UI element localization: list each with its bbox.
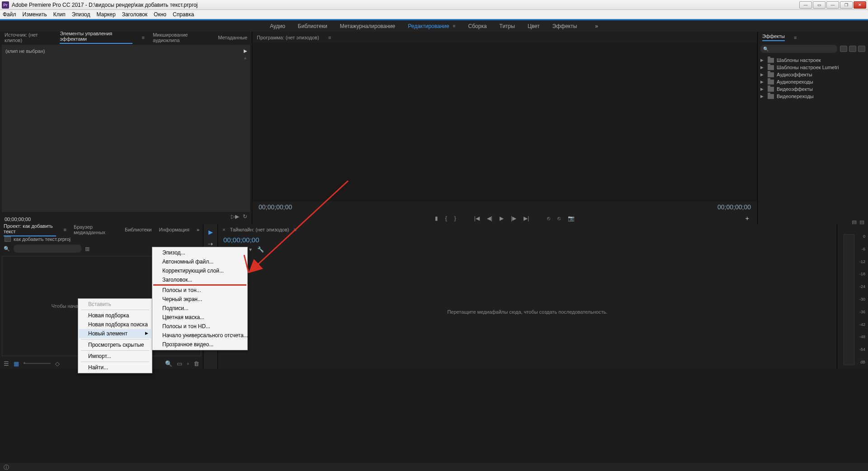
in-point-icon[interactable]: { bbox=[445, 215, 447, 221]
timeline-settings-icon[interactable]: ▾ bbox=[249, 246, 252, 253]
extract-icon[interactable]: ⎋ bbox=[557, 215, 561, 221]
lift-icon[interactable]: ⎋ bbox=[547, 215, 550, 221]
go-to-in-icon[interactable]: |◀ bbox=[474, 215, 480, 221]
sub-black-video[interactable]: Черный экран... bbox=[153, 295, 246, 304]
menu-title[interactable]: Заголовок bbox=[122, 11, 147, 18]
close-button[interactable]: ✕ bbox=[854, 1, 866, 9]
sub-hd-bars-tone[interactable]: Полосы и тон HD... bbox=[153, 322, 246, 331]
effects-folder[interactable]: ▶Видеопереходы bbox=[760, 93, 866, 100]
minimize-button[interactable]: — bbox=[826, 1, 839, 9]
tab-effects[interactable]: Эффекты bbox=[762, 33, 785, 41]
menu-help[interactable]: Справка bbox=[173, 11, 194, 18]
workspace-effects[interactable]: Эффекты bbox=[552, 23, 577, 29]
menu-marker[interactable]: Маркер bbox=[96, 11, 115, 18]
collapse-icon[interactable]: ▲ bbox=[243, 56, 247, 60]
effects-folder[interactable]: ▶Шаблоны настроек Lumetri bbox=[760, 64, 866, 71]
marker-icon[interactable]: ▮ bbox=[435, 215, 438, 221]
workspace-libraries[interactable]: Библиотеки bbox=[298, 23, 327, 29]
menu-edit[interactable]: Изменить bbox=[23, 11, 47, 18]
thumb-size-slider[interactable] bbox=[24, 363, 51, 364]
workspace-assembly[interactable]: Сборка bbox=[468, 23, 487, 29]
tab-menu-icon[interactable]: ≡ bbox=[142, 35, 144, 40]
tab-effect-controls[interactable]: Элементы управления эффектами bbox=[60, 31, 132, 44]
effects-folder[interactable]: ▶Аудиопереходы bbox=[760, 78, 866, 85]
timeline-wrench-icon[interactable]: 🔧 bbox=[257, 246, 264, 253]
menu-clip[interactable]: Клип bbox=[53, 11, 66, 18]
project-tabs-overflow-icon[interactable]: » bbox=[197, 227, 199, 232]
tab-metadata[interactable]: Метаданные bbox=[218, 35, 247, 40]
sub-transparent-video[interactable]: Прозрачное видео... bbox=[153, 340, 246, 349]
sub-offline-file[interactable]: Автономный файл... bbox=[153, 257, 246, 266]
sub-universal-leader[interactable]: Начало универсального отсчета... bbox=[153, 331, 246, 340]
effects-folder[interactable]: ▶Видеоэффекты bbox=[760, 85, 866, 93]
project-tab-menu-icon[interactable]: ≡ bbox=[63, 227, 66, 232]
find-icon[interactable]: 🔍 bbox=[165, 360, 172, 367]
workspace-options-icon[interactable]: ≡ bbox=[453, 24, 456, 28]
export-frame-icon[interactable]: 📷 bbox=[568, 215, 575, 221]
source-btn-2-icon[interactable]: ↻ bbox=[243, 213, 247, 220]
effects-search-input[interactable] bbox=[760, 45, 837, 53]
workspace-metalogging[interactable]: Метажурналирование bbox=[340, 23, 395, 29]
list-view-icon[interactable]: ☰ bbox=[4, 360, 9, 367]
tab-libraries[interactable]: Библиотеки bbox=[125, 227, 152, 232]
timeline-drop-area[interactable]: Перетащите медиафайлы сюда, чтобы создат… bbox=[218, 254, 837, 369]
workspace-titles[interactable]: Титры bbox=[500, 23, 515, 29]
effects-filter-1-icon[interactable] bbox=[840, 46, 847, 52]
ctx-import[interactable]: Импорт... bbox=[79, 352, 151, 361]
tab-media-browser[interactable]: Браузер медиаданных bbox=[74, 224, 118, 235]
effects-folder[interactable]: ▶Шаблоны настроек bbox=[760, 57, 866, 64]
effects-filter-3-icon[interactable] bbox=[858, 46, 865, 52]
tab-audio-mixer[interactable]: Микширование аудиоклипа bbox=[153, 32, 210, 43]
ctx-new-search-bin[interactable]: Новая подборка поиска bbox=[79, 320, 151, 329]
workspace-editing[interactable]: Редактирование bbox=[408, 23, 449, 29]
source-btn-1-icon[interactable]: ▷▶ bbox=[231, 213, 239, 220]
timeline-menu-icon[interactable]: ≡ bbox=[294, 227, 297, 232]
tab-info[interactable]: Информация bbox=[159, 227, 189, 232]
ctx-find[interactable]: Найти... bbox=[79, 363, 151, 372]
tab-source[interactable]: Источник: (нет клипов) bbox=[5, 32, 52, 43]
program-menu-icon[interactable]: ≡ bbox=[328, 35, 331, 40]
play-icon[interactable]: ▶ bbox=[500, 215, 504, 221]
new-item-icon[interactable]: ▫ bbox=[187, 360, 189, 367]
workspace-audio[interactable]: Аудио bbox=[270, 23, 285, 29]
maximize-button-inner[interactable]: ▭ bbox=[813, 1, 826, 9]
restore-button[interactable]: ❐ bbox=[840, 1, 853, 9]
trash-icon[interactable]: 🗑 bbox=[193, 360, 199, 367]
ctx-view-hidden[interactable]: Просмотреть скрытые bbox=[79, 340, 151, 349]
tab-program[interactable]: Программа: (нет эпизодов) bbox=[257, 35, 319, 40]
add-button-icon[interactable]: + bbox=[745, 215, 749, 222]
menu-window[interactable]: Окно bbox=[154, 11, 166, 18]
step-back-icon[interactable]: ◀| bbox=[487, 215, 492, 221]
ctx-paste[interactable]: Вставить bbox=[79, 300, 151, 309]
new-bin-icon[interactable]: ▭ bbox=[177, 360, 182, 367]
sub-captions[interactable]: Подписи... bbox=[153, 304, 246, 313]
ctx-new-bin[interactable]: Новая подборка bbox=[79, 311, 151, 320]
project-search-input[interactable] bbox=[14, 245, 81, 253]
sub-color-matte[interactable]: Цветная маска... bbox=[153, 313, 246, 322]
selection-tool-icon[interactable]: ▶ bbox=[207, 228, 215, 236]
status-info-icon[interactable]: ⓘ bbox=[4, 464, 9, 471]
effects-menu-icon[interactable]: ≡ bbox=[794, 35, 797, 40]
effects-folder[interactable]: ▶Аудиоэффекты bbox=[760, 71, 866, 78]
tab-timeline[interactable]: Таймлайн: (нет эпизодов) bbox=[230, 227, 289, 232]
expand-icon[interactable]: ▶ bbox=[244, 48, 247, 53]
icon-view-icon[interactable]: ▦ bbox=[14, 360, 19, 367]
out-point-icon[interactable]: } bbox=[454, 215, 456, 221]
timeline-close-icon[interactable]: × bbox=[222, 227, 225, 232]
tab-project[interactable]: Проект: как добавить текст bbox=[4, 223, 56, 236]
go-to-out-icon[interactable]: ▶| bbox=[524, 215, 529, 221]
project-camera-icon[interactable]: ▥ bbox=[85, 246, 90, 252]
minimize-button-inner[interactable]: — bbox=[799, 1, 812, 9]
sub-bars-tone[interactable]: Полосы и тон... bbox=[153, 286, 246, 295]
sort-icon[interactable]: ◇ bbox=[55, 360, 60, 367]
menu-sequence[interactable]: Эпизод bbox=[72, 11, 90, 18]
sub-sequence[interactable]: Эпизод... bbox=[153, 248, 246, 257]
sub-adjustment-layer[interactable]: Корректирующий слой... bbox=[153, 266, 246, 275]
ctx-new-item[interactable]: Новый элемент▶ bbox=[79, 329, 151, 338]
workspace-overflow-icon[interactable]: » bbox=[595, 23, 598, 29]
effects-filter-2-icon[interactable] bbox=[849, 46, 856, 52]
menu-file[interactable]: Файл bbox=[3, 11, 16, 18]
sub-title[interactable]: Заголовок... bbox=[153, 275, 246, 286]
step-fwd-icon[interactable]: |▶ bbox=[511, 215, 516, 221]
workspace-color[interactable]: Цвет bbox=[528, 23, 540, 29]
